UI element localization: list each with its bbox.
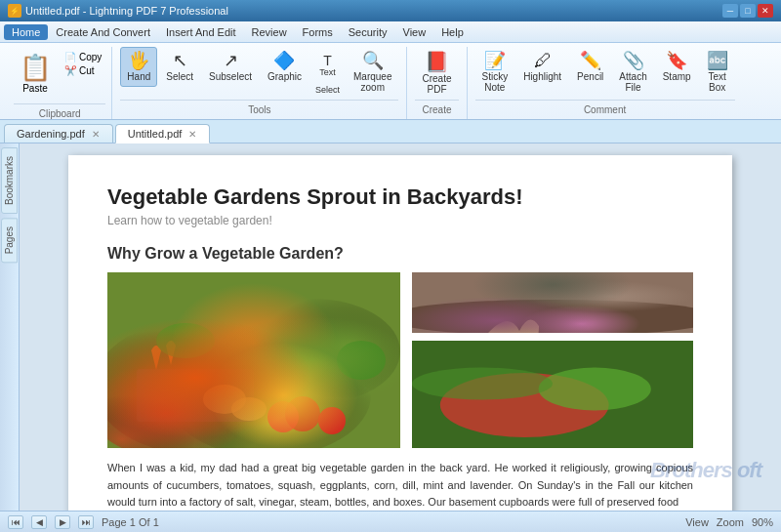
clipboard-group: 📋 Paste 📄 Copy ✂️ Cut Clipboard [8, 47, 112, 119]
status-bar: ⏮ ◀ ▶ ⏭ Page 1 Of 1 View Zoom 90% [0, 511, 781, 532]
text-box-button[interactable]: 🔤 Text Box [700, 47, 735, 98]
close-button[interactable]: ✕ [758, 4, 773, 18]
tools-group: 🖐 Hand ↖ Select ↗ Subselect 🔷 Graphic [112, 47, 407, 119]
text-box-icon: 🔤 [707, 52, 728, 69]
document-page: Vegetable Gardens Sprout in Backyards! L… [68, 155, 732, 511]
section1-title: Why Grow a Vegetable Garden? [107, 245, 693, 263]
pages-tab[interactable]: Pages [1, 218, 18, 263]
highlight-button[interactable]: 🖊 Highlight [516, 47, 568, 87]
clipboard-label: Clipboard [14, 103, 105, 119]
tab-untitled-close[interactable]: ✕ [187, 129, 197, 140]
marquee-icon: 🔍 [362, 52, 384, 69]
select-tool-button[interactable]: ↖ Select [159, 47, 200, 87]
tab-bar: Gardening.pdf ✕ Untitled.pdf ✕ [0, 120, 781, 143]
menu-bar: Home Create And Convert Insert And Edit … [0, 21, 781, 43]
minimize-button[interactable]: ─ [722, 4, 738, 18]
svg-point-9 [203, 385, 246, 414]
svg-point-2 [166, 334, 371, 448]
title-bar-left: ⚡ Untitled.pdf - Lightning PDF 7 Profess… [8, 4, 228, 18]
vegetables-image [107, 272, 400, 448]
svg-point-10 [231, 397, 267, 421]
pencil-icon: ✏️ [580, 52, 601, 69]
create-pdf-button[interactable]: 📕 Create PDF [415, 47, 458, 100]
marquee-tool-button[interactable]: 🔍 Marquee zoom [347, 47, 398, 98]
svg-rect-13 [412, 272, 693, 333]
sticky-note-button[interactable]: 📝 Sticky Note [475, 47, 515, 98]
text-select-button[interactable]: Select [310, 82, 345, 98]
nav-prev-button[interactable]: ◀ [31, 515, 47, 529]
menu-help[interactable]: Help [433, 24, 472, 40]
text-tool-button[interactable]: T Text [310, 51, 345, 80]
status-left: ⏮ ◀ ▶ ⏭ Page 1 Of 1 [8, 515, 159, 529]
svg-point-3 [107, 369, 239, 448]
subselect-icon: ↗ [224, 52, 238, 69]
stamp-button[interactable]: 🔖 Stamp [656, 47, 698, 87]
hand-tool-button[interactable]: 🖐 Hand [120, 47, 157, 87]
app-icon: ⚡ [8, 4, 21, 18]
svg-rect-0 [107, 272, 400, 448]
attach-file-icon: 📎 [623, 52, 644, 69]
tab-gardening-label: Gardening.pdf [17, 128, 85, 140]
tools-label: Tools [120, 100, 398, 115]
nav-next-button[interactable]: ▶ [55, 515, 70, 529]
tab-untitled-label: Untitled.pdf [128, 128, 183, 140]
svg-point-6 [285, 396, 320, 431]
paste-button[interactable]: 📋 Paste [14, 51, 57, 103]
cut-icon: ✂️ [64, 65, 76, 76]
sticky-note-icon: 📝 [484, 52, 506, 69]
select-icon: ↖ [173, 52, 187, 69]
page-info: Page 1 Of 1 [102, 516, 159, 528]
hand-icon: 🖐 [128, 52, 149, 69]
bookmarks-tab[interactable]: Bookmarks [1, 147, 18, 214]
content-area: Bookmarks Pages Vegetable Gardens Sprout… [0, 143, 781, 511]
svg-point-1 [107, 316, 327, 448]
gardening-hands-image [412, 272, 693, 333]
create-label: Create [415, 100, 458, 115]
title-bar-controls: ─ □ ✕ [722, 4, 773, 18]
svg-point-12 [156, 323, 215, 358]
cut-button[interactable]: ✂️ Cut [61, 64, 105, 77]
svg-point-20 [539, 368, 651, 411]
menu-create-convert[interactable]: Create And Convert [48, 24, 158, 40]
title-bar: ⚡ Untitled.pdf - Lightning PDF 7 Profess… [0, 0, 781, 21]
graphic-icon: 🔷 [273, 52, 295, 69]
zoom-label: Zoom [717, 516, 744, 528]
graphic-tool-button[interactable]: 🔷 Graphic [261, 47, 308, 87]
menu-insert-edit[interactable]: Insert And Edit [158, 24, 244, 40]
svg-point-11 [337, 341, 386, 380]
tab-untitled[interactable]: Untitled.pdf ✕ [115, 124, 211, 143]
window-title: Untitled.pdf - Lightning PDF 7 Professio… [25, 5, 228, 17]
bottom-right-image [412, 341, 693, 448]
svg-point-14 [412, 300, 693, 333]
ribbon: 📋 Paste 📄 Copy ✂️ Cut Clipboard [0, 43, 781, 120]
svg-point-4 [225, 299, 400, 404]
view-label: View [685, 516, 709, 528]
svg-point-7 [318, 407, 346, 434]
menu-security[interactable]: Security [341, 24, 395, 40]
nav-last-button[interactable]: ⏭ [78, 515, 94, 529]
menu-view[interactable]: View [395, 24, 434, 40]
status-right: View Zoom 90% [685, 516, 773, 528]
document-area[interactable]: Vegetable Gardens Sprout in Backyards! L… [20, 143, 781, 511]
paste-icon: 📋 [20, 53, 51, 83]
menu-review[interactable]: Review [244, 24, 295, 40]
pencil-button[interactable]: ✏️ Pencil [570, 47, 610, 87]
stamp-icon: 🔖 [666, 52, 687, 69]
tab-gardening[interactable]: Gardening.pdf ✕ [4, 124, 113, 143]
cut-copy-area: 📄 Copy ✂️ Cut [61, 51, 105, 103]
copy-button[interactable]: 📄 Copy [61, 51, 105, 63]
menu-home[interactable]: Home [4, 24, 48, 40]
tab-gardening-close[interactable]: ✕ [91, 129, 101, 140]
nav-first-button[interactable]: ⏮ [8, 515, 23, 529]
comment-group: 📝 Sticky Note 🖊 Highlight ✏️ Pencil 📎 At… [468, 47, 743, 119]
maximize-button[interactable]: □ [740, 4, 756, 18]
attach-file-button[interactable]: 📎 Attach File [612, 47, 653, 98]
paste-label: Paste [22, 83, 48, 94]
highlight-icon: 🖊 [534, 52, 552, 69]
svg-point-21 [412, 368, 553, 400]
svg-rect-5 [137, 369, 254, 422]
subselect-tool-button[interactable]: ↗ Subselect [202, 47, 259, 87]
menu-forms[interactable]: Forms [295, 24, 341, 40]
zoom-percent: 90% [752, 516, 773, 528]
document-title: Vegetable Gardens Sprout in Backyards! [107, 184, 693, 210]
